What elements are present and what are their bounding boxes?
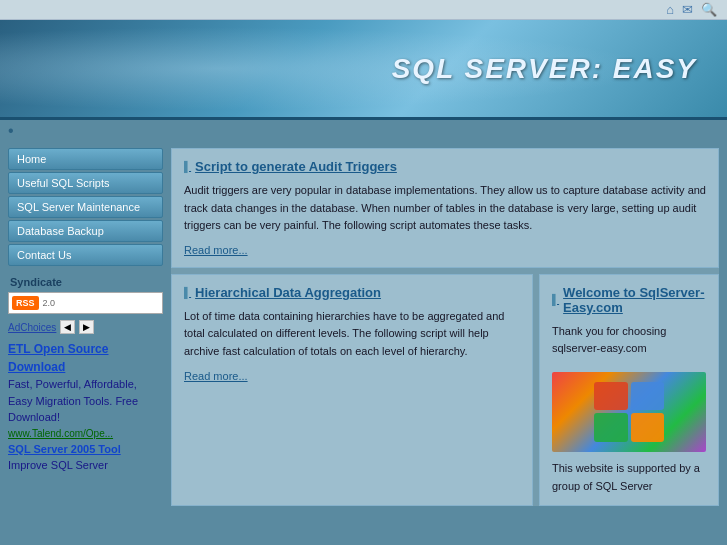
email-icon[interactable]: ✉ xyxy=(682,2,693,17)
puzzle-piece-1 xyxy=(594,382,628,411)
prev-ad-button[interactable]: ◀ xyxy=(60,320,75,334)
syndicate-label: Syndicate xyxy=(8,276,163,288)
puzzle-piece-4 xyxy=(631,413,665,442)
sidebar-item-sql-maintenance[interactable]: SQL Server Maintenance xyxy=(8,196,163,218)
nav-dot: • xyxy=(0,120,727,142)
bottom-grid: Hierarchical Data Aggregation Lot of tim… xyxy=(171,274,719,506)
content-area: Script to generate Audit Triggers Audit … xyxy=(171,148,719,506)
adchoices-row: AdChoices ◀ ▶ xyxy=(8,320,163,334)
puzzle-piece-3 xyxy=(594,413,628,442)
welcome-image xyxy=(552,372,706,452)
sidebar-item-useful-sql[interactable]: Useful SQL Scripts xyxy=(8,172,163,194)
ad1-subtitle-body: Improve SQL Server xyxy=(8,457,163,474)
site-title: SQL SERVER: EASY xyxy=(392,53,697,85)
rss-badge: RSS xyxy=(12,296,39,310)
main-article-body: Audit triggers are very popular in datab… xyxy=(184,182,706,235)
sidebar: Home Useful SQL Scripts SQL Server Maint… xyxy=(8,148,163,506)
search-icon[interactable]: 🔍 xyxy=(701,2,717,17)
sidebar-item-db-backup[interactable]: Database Backup xyxy=(8,220,163,242)
sidebar-item-home[interactable]: Home xyxy=(8,148,163,170)
bottom-left-body: Lot of time data containing hierarchies … xyxy=(184,308,520,361)
header-banner: SQL SERVER: EASY xyxy=(0,20,727,120)
main-read-more[interactable]: Read more... xyxy=(184,244,248,256)
puzzle-graphic xyxy=(594,382,664,442)
rss-version: 2.0 xyxy=(43,298,56,308)
main-article: Script to generate Audit Triggers Audit … xyxy=(171,148,719,268)
bottom-left-read-more[interactable]: Read more... xyxy=(184,370,248,382)
bottom-left-article: Hierarchical Data Aggregation Lot of tim… xyxy=(171,274,533,506)
top-bar: ⌂ ✉ 🔍 xyxy=(0,0,727,20)
adchoices-label[interactable]: AdChoices xyxy=(8,322,56,333)
welcome-text-2: This website is supported by a group of … xyxy=(552,460,706,495)
ad1-link[interactable]: www.Talend.com/Ope... xyxy=(8,426,163,441)
ad1-subtitle[interactable]: SQL Server 2005 Tool xyxy=(8,441,163,458)
welcome-text-1: Thank you for choosing sqlserver-easy.co… xyxy=(552,323,706,358)
ad1-title[interactable]: ETL Open SourceDownload xyxy=(8,340,163,376)
sidebar-nav: Home Useful SQL Scripts SQL Server Maint… xyxy=(8,148,163,266)
puzzle-piece-2 xyxy=(631,382,665,411)
bottom-right-title: Welcome to SqlServer-Easy.com xyxy=(552,285,706,315)
main-layout: Home Useful SQL Scripts SQL Server Maint… xyxy=(0,142,727,512)
next-ad-button[interactable]: ▶ xyxy=(79,320,94,334)
sidebar-item-contact-us[interactable]: Contact Us xyxy=(8,244,163,266)
ad-block-1: ETL Open SourceDownload Fast, Powerful, … xyxy=(8,340,163,474)
bottom-left-title[interactable]: Hierarchical Data Aggregation xyxy=(184,285,520,300)
rss-box: RSS 2.0 xyxy=(8,292,163,314)
ad1-body: Fast, Powerful, Affordable, Easy Migrati… xyxy=(8,376,163,426)
main-article-title[interactable]: Script to generate Audit Triggers xyxy=(184,159,706,174)
bottom-right-welcome: Welcome to SqlServer-Easy.com Thank you … xyxy=(539,274,719,506)
home-icon[interactable]: ⌂ xyxy=(666,2,674,17)
